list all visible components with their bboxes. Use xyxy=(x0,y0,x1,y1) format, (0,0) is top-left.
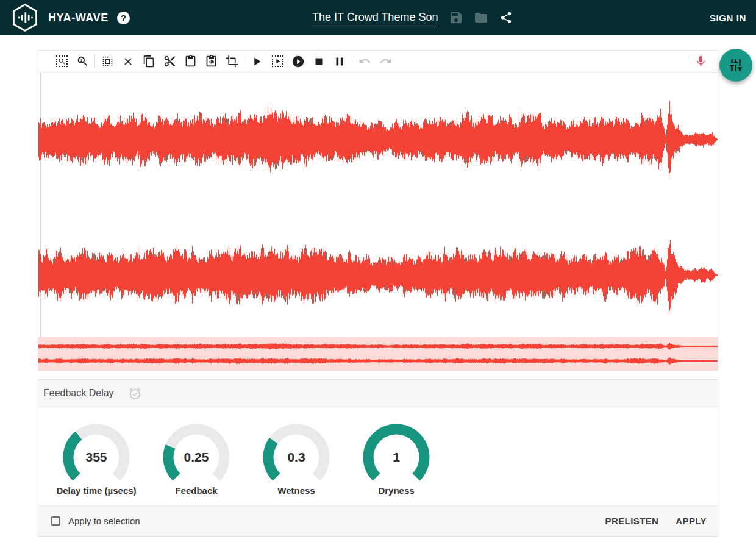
toolbar-separator xyxy=(94,55,95,68)
play-icon[interactable] xyxy=(249,54,264,69)
apply-to-selection-checkbox[interactable] xyxy=(51,516,60,526)
track-title-input[interactable] xyxy=(312,10,438,26)
play-selection-icon[interactable] xyxy=(270,54,285,69)
help-icon[interactable]: ? xyxy=(117,12,130,24)
cut-icon[interactable] xyxy=(162,54,177,69)
knob-value: 355 xyxy=(60,421,133,494)
paste-icon[interactable] xyxy=(183,54,198,69)
app-header: HYA-WAVE ? SIGN IN xyxy=(0,0,756,35)
effect-title: Feedback Delay xyxy=(43,388,114,399)
app-logo[interactable] xyxy=(10,2,40,33)
knob-gauge[interactable]: 0.3 xyxy=(260,421,333,494)
prelisten-button[interactable]: PRELISTEN xyxy=(605,516,659,526)
effect-knob[interactable]: 0.3 Wetness xyxy=(259,421,334,496)
toolbar-separator xyxy=(688,55,688,68)
toolbar: 1 xyxy=(38,51,718,73)
overview-canvas[interactable] xyxy=(38,337,718,370)
zoom-reset-icon[interactable]: 1 xyxy=(75,54,90,69)
knob-gauge[interactable]: 1 xyxy=(360,421,433,494)
effect-knob[interactable]: 0.25 Feedback xyxy=(159,421,234,496)
zoom-selection-icon[interactable] xyxy=(54,54,69,69)
apply-to-selection-label: Apply to selection xyxy=(68,516,140,526)
knob-gauge[interactable]: 0.25 xyxy=(160,421,233,494)
knob-gauge[interactable]: 355 xyxy=(60,421,133,494)
pause-icon[interactable] xyxy=(332,54,347,69)
track-title-group xyxy=(312,0,513,35)
clear-selection-icon[interactable] xyxy=(121,54,135,69)
play-all-icon[interactable] xyxy=(291,54,305,69)
hexagon-waveform-icon xyxy=(10,3,40,32)
effect-panel-footer: Apply to selection PRELISTEN APPLY xyxy=(38,505,718,536)
sign-in-button[interactable]: SIGN IN xyxy=(710,13,746,23)
svg-text:1: 1 xyxy=(80,58,82,62)
knob-value: 0.3 xyxy=(260,421,333,494)
knob-value: 0.25 xyxy=(160,421,233,494)
save-icon[interactable] xyxy=(449,10,463,25)
open-folder-icon[interactable] xyxy=(474,10,488,25)
editor-card: 1 xyxy=(38,50,718,371)
copy-icon[interactable] xyxy=(141,54,156,69)
apply-button[interactable]: APPLY xyxy=(676,516,707,526)
waveform-canvas[interactable] xyxy=(38,73,718,337)
select-all-icon[interactable] xyxy=(100,54,115,69)
overview-strip[interactable] xyxy=(38,337,718,370)
paste-mix-icon[interactable] xyxy=(204,54,218,69)
undo-icon[interactable] xyxy=(357,54,372,69)
hya-wave-app: HYA-WAVE ? SIGN IN 1 xyxy=(0,0,756,542)
effect-panel: Feedback Delay 355 Delay time (µsecs) xyxy=(38,379,718,537)
waveform-view[interactable] xyxy=(38,73,718,337)
share-icon[interactable] xyxy=(499,10,513,25)
tune-icon xyxy=(728,57,744,73)
effects-fab-button[interactable] xyxy=(719,49,752,82)
knob-row: 355 Delay time (µsecs) 0.25 Feedback xyxy=(38,407,718,496)
crop-icon[interactable] xyxy=(224,54,239,69)
effect-knob[interactable]: 355 Delay time (µsecs) xyxy=(59,421,134,496)
toolbar-separator xyxy=(244,55,244,68)
redo-icon[interactable] xyxy=(378,54,393,69)
app-name: HYA-WAVE xyxy=(48,12,109,24)
record-mic-icon[interactable] xyxy=(693,54,708,69)
stop-icon[interactable] xyxy=(312,54,326,69)
toolbar-separator xyxy=(352,55,352,68)
effect-knob[interactable]: 1 Dryness xyxy=(358,421,434,496)
effect-panel-header: Feedback Delay xyxy=(38,380,718,407)
alarm-timer-icon[interactable] xyxy=(128,387,142,401)
knob-value: 1 xyxy=(360,421,433,494)
